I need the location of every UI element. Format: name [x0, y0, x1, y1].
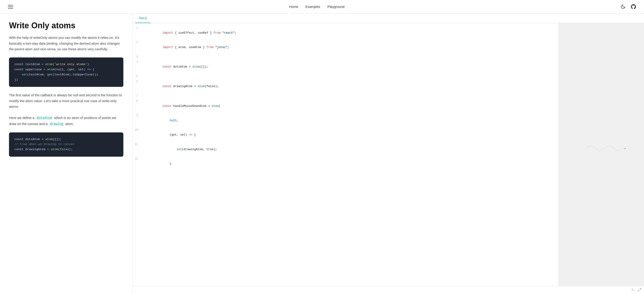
navbar-right [620, 3, 637, 10]
navbar: Home Examples Playground [0, 0, 644, 13]
svg-line-3 [638, 290, 639, 291]
code-line-cb2-2: // true when we drawing on canvas [14, 142, 118, 147]
code-line-cb1-4: }) [14, 77, 118, 83]
code-line-6: 6 const drawingAtom = atom(false); [132, 79, 558, 94]
inline-code-dotsatom: dotsAtom [36, 116, 53, 120]
page-title: Write Only atoms [9, 21, 123, 30]
code-editor[interactable]: 1 import { useEffect, useRef } from "rea… [132, 23, 558, 286]
code-line-9: 9 null, [132, 113, 558, 128]
nav-examples[interactable]: Examples [305, 4, 320, 9]
svg-marker-0 [624, 148, 626, 149]
main-layout: Write Only atoms With the help of writeO… [0, 13, 644, 294]
line-code-12: } [142, 157, 558, 171]
code-line-cb2-3: const drawingAtom = atom(false); [14, 147, 118, 152]
line-num-2: 2 [132, 40, 142, 45]
line-num-1: 1 [132, 26, 142, 30]
svg-line-2 [640, 289, 641, 290]
code-line-12: 12 } [132, 157, 558, 171]
code-line-cb1-2: const uppercase = atom(null, (get, set) … [14, 67, 118, 72]
tab-appjs[interactable]: App.js [135, 13, 150, 23]
right-panel-content: 1 import { useEffect, useRef } from "rea… [132, 23, 644, 286]
line-num-10: 10 [132, 128, 142, 132]
right-panel: App.js 1 import { useEffect, useRef } fr… [132, 13, 644, 294]
left-panel: Write Only atoms With the help of writeO… [0, 13, 132, 294]
preview-area[interactable] [558, 23, 644, 286]
line-code-2: import { atom, useAtom } from "jotai"; [142, 40, 558, 54]
nav-home[interactable]: Home [289, 4, 298, 9]
github-link-button[interactable] [630, 3, 637, 10]
code-line-1: 1 import { useEffect, useRef } from "rea… [132, 26, 558, 40]
desc3-prefix: Here we define a [9, 116, 36, 120]
terminal-button[interactable] [632, 288, 635, 292]
expand-button[interactable] [638, 288, 641, 292]
line-num-4: 4 [132, 60, 142, 64]
line-code-1: import { useEffect, useRef } from "react… [142, 26, 558, 40]
description-3: Here we define a dotsAtom which is an at… [9, 115, 123, 127]
code-line-8: 8 const handleMouseDownAtom = atom( [132, 99, 558, 113]
line-num-5: 5 [132, 74, 142, 79]
line-num-11: 11 [132, 143, 142, 147]
nav-playground[interactable]: Playground [328, 4, 344, 9]
description-1: With the help of writeOnly atoms you can… [9, 35, 123, 52]
code-line-4: 4 const dotsAtom = atom([]); [132, 60, 558, 74]
line-code-9: null, [142, 114, 558, 127]
code-line-11: 11 set(drawingAtom, true); [132, 142, 558, 157]
line-num-6: 6 [132, 80, 142, 84]
code-line-5: 5 [132, 74, 558, 79]
navbar-left [7, 4, 14, 9]
line-code-4: const dotsAtom = atom([]); [142, 60, 558, 74]
desc3-suffix: atom. [64, 122, 74, 126]
line-num-7: 7 [132, 94, 142, 98]
bottom-bar [132, 286, 644, 294]
line-code-10: (get, set) => { [142, 128, 558, 142]
tabs-bar: App.js [132, 13, 644, 23]
drawing-trail-svg [584, 141, 629, 155]
navbar-center: Home Examples Playground [289, 4, 344, 9]
code-line-10: 10 (get, set) => { [132, 128, 558, 142]
description-2: The first value of the callback is alway… [9, 92, 123, 109]
code-line-3: 3 [132, 55, 558, 60]
line-code-6: const drawingAtom = atom(false); [142, 80, 558, 94]
theme-toggle-button[interactable] [620, 3, 626, 10]
line-code-8: const handleMouseDownAtom = atom( [142, 99, 558, 113]
line-num-3: 3 [132, 55, 142, 59]
hamburger-icon[interactable] [7, 4, 14, 9]
code-line-cb2-1: const dotsAtom = atom([]); [14, 137, 118, 142]
line-code-7 [142, 94, 558, 99]
code-block-2: const dotsAtom = atom([]); // true when … [9, 132, 123, 157]
line-num-12: 12 [132, 157, 142, 161]
line-code-5 [142, 74, 558, 79]
line-num-8: 8 [132, 99, 142, 103]
line-code-3 [142, 55, 558, 60]
code-block-1: const textAtom = atom('write only atoms'… [9, 57, 123, 87]
line-num-9: 9 [132, 114, 142, 118]
code-line-cb1-1: const textAtom = atom('write only atoms'… [14, 62, 118, 67]
inline-code-drawing: drawing [48, 122, 64, 126]
code-line-cb1-3: set(textAtom, get(textAtom).toUpperCase(… [14, 72, 118, 77]
line-code-11: set(drawingAtom, true); [142, 143, 558, 156]
code-line-2: 2 import { atom, useAtom } from "jotai"; [132, 40, 558, 54]
code-line-7: 7 [132, 94, 558, 99]
